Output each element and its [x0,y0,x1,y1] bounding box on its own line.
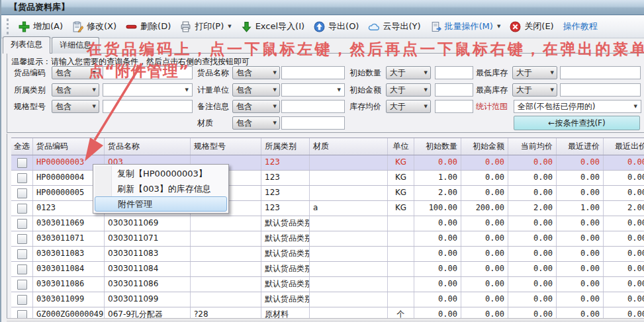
filter-op-item-code[interactable]: 包含▼ [52,66,99,79]
cloud-export-button[interactable]: 云导出(Y) [363,18,425,35]
row-checkbox[interactable] [17,295,27,305]
filter-op-unit[interactable]: 包含▼ [232,83,280,97]
print-button[interactable]: 打印(P) ▼ [175,18,236,35]
horizontal-scrollbar[interactable] [7,318,644,322]
column-current-avg[interactable]: 当前均价 [508,138,557,155]
page-title: 【货品资料库】 [9,2,69,12]
filter-input-spec[interactable] [103,100,193,113]
cell-material [310,292,388,307]
cell-category: 123 [261,186,310,200]
filter-op-initial-amt[interactable]: 大于▼ [386,83,431,97]
row-checkbox[interactable] [17,188,27,198]
cell-last-out: 0.00 [604,155,644,170]
chevron-down-icon[interactable]: ▼ [228,24,231,29]
print-icon [180,21,191,32]
cell-initial-qty: 0.00 [414,155,461,170]
cell-initial-qty: 100.00 [414,201,461,216]
cell-last-in: 0.00 [557,277,604,292]
row-checkbox[interactable] [17,249,27,259]
column-item-name[interactable]: 货品名称 [105,138,191,155]
filter-input-avg-price[interactable] [435,100,473,113]
filter-op-value: 大于 [516,67,532,79]
search-by-condition-button[interactable]: ←按条件查找(F) [514,116,640,130]
cell-last-in: 1.00 [557,201,604,216]
cell-current-avg: 0.00 [508,277,557,292]
cell-material [310,186,388,200]
filter-op-material[interactable]: 包含▼ [232,116,280,130]
cell-spec [191,292,261,307]
row-checkbox[interactable] [17,234,27,244]
row-checkbox-cell [11,186,33,200]
filter-op-initial-qty[interactable]: 大于▼ [386,66,431,79]
filter-input-item-name[interactable] [281,66,345,79]
column-material[interactable]: 材质 [310,138,388,155]
cell-initial-amt: 0.00 [461,216,508,231]
cell-category: 默认货品类别 [261,262,310,276]
filter-input-min-stock[interactable] [560,66,641,79]
row-checkbox[interactable] [17,264,27,274]
chevron-down-icon[interactable]: ▼ [497,24,500,29]
edit-button[interactable]: 修改(X) [68,18,121,35]
tab-detail-info[interactable]: 详细信息 [52,37,99,54]
tab-list-info[interactable]: 列表信息 [3,36,50,54]
table-row[interactable]: 0303011069 0303011069 默认货品类别 0.00 0.00 0… [11,216,644,231]
stats-scope-dropdown[interactable]: 全部(不包括已停用的)▼ [514,100,641,113]
column-initial-amt[interactable]: 初始金额 [461,138,508,155]
cell-last-out: 0.00 [604,231,644,246]
filter-label-item-code: 货品编码 [14,66,46,79]
column-last-out[interactable]: 最近出价 [604,138,644,155]
add-button[interactable]: 增加(A) [14,18,68,35]
cell-initial-qty: 0.00 [414,277,461,292]
filter-input-initial-qty[interactable] [435,66,473,79]
table-row[interactable]: 0303011086 0303011086 默认货品类别 0.00 0.00 0… [11,277,644,292]
column-initial-qty[interactable]: 初始数量 [414,138,461,155]
filter-input-material[interactable] [281,116,345,130]
filter-label-avg-price: 库存均价 [349,100,381,113]
filter-input-remark[interactable] [281,100,345,113]
menu-item-attachment-management[interactable]: 附件管理 [95,196,227,212]
filter-op-category[interactable]: 包含▼ [52,83,99,97]
batch-operations-button[interactable]: 批量操作(M) ▼ [426,18,506,35]
filter-op-value: 包含 [236,118,252,129]
excel-import-button[interactable]: Excel导入(I) [236,18,309,35]
column-spec[interactable]: 规格型号 [191,138,261,155]
menu-item-copy[interactable]: 复制【HP00000003】 [95,166,227,181]
cell-material [310,171,388,185]
filter-input-item-code[interactable] [103,66,193,79]
filter-input-max-stock[interactable] [560,83,641,97]
table-row[interactable]: 0303011099 0303011099 默认货品类别 0.00 0.00 0… [11,292,644,307]
cell-initial-qty: 0.00 [414,247,461,261]
column-unit[interactable]: 单位 [388,138,414,155]
row-checkbox[interactable] [17,280,27,290]
tutorial-link[interactable]: 操作教程 [559,18,602,35]
table-row[interactable]: 0303011084 0303011084 默认货品类别 0.00 0.00 0… [11,262,644,277]
filter-op-max-stock[interactable]: 大于▼ [512,83,557,97]
filter-dropdown-category[interactable]: ▼ [103,83,193,97]
close-button[interactable]: 关闭(E) [505,18,558,35]
filter-op-spec[interactable]: 包含▼ [52,100,99,113]
column-last-in[interactable]: 最近进价 [557,138,604,155]
row-checkbox[interactable] [17,219,27,229]
column-select-all[interactable]: 全选 [11,138,33,155]
column-category[interactable]: 所属类别 [261,138,310,155]
row-checkbox[interactable] [17,158,27,168]
filter-dropdown-unit[interactable]: ▼ [281,83,345,97]
export-button[interactable]: 导出(O) [309,18,363,35]
table-row[interactable]: 0303011071 0303011071 默认货品类别 0.00 0.00 0… [11,231,644,247]
filter-op-remark[interactable]: 包含▼ [232,100,280,113]
filter-label-category: 所属类别 [14,83,46,97]
filter-op-avg-price[interactable]: 大于▼ [386,100,431,113]
filter-op-item-name[interactable]: 包含▼ [232,66,280,79]
cell-spec [191,231,261,246]
table-header: 全选 货品编码 货品名称 规格型号 所属类别 材质 单位 初始数量 初始金额 当… [11,138,644,155]
chevron-down-icon: ▼ [634,104,637,109]
row-checkbox[interactable] [17,173,27,183]
row-checkbox[interactable] [17,204,27,214]
filter-input-initial-amt[interactable] [435,83,473,97]
delete-button[interactable]: 删除(D) [121,18,175,35]
column-item-code[interactable]: 货品编码 [33,138,105,155]
cell-unit: KG [388,155,414,170]
menu-item-refresh-stock[interactable]: 刷新【003】的库存信息 [95,181,227,196]
filter-op-min-stock[interactable]: 大于▼ [512,66,557,79]
table-row[interactable]: 0303011083 0303011083 默认货品类别 0.00 0.00 0… [11,247,644,262]
